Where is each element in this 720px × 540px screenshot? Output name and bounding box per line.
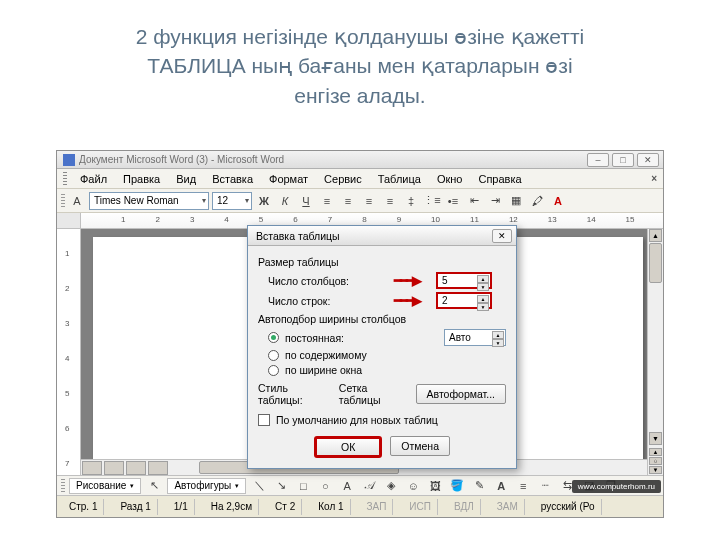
- select-arrow-icon[interactable]: ↖: [145, 477, 163, 495]
- toolbar-grip-icon[interactable]: [61, 194, 65, 208]
- font-color-button[interactable]: A: [549, 192, 567, 210]
- font-size: 12: [217, 195, 228, 206]
- scroll-down-icon[interactable]: ▼: [649, 432, 662, 445]
- line-color-icon[interactable]: ✎: [470, 477, 488, 495]
- justify-button[interactable]: ≡: [381, 192, 399, 210]
- scroll-thumb[interactable]: [649, 243, 662, 283]
- minimize-button[interactable]: –: [587, 153, 609, 167]
- menu-edit[interactable]: Правка: [116, 171, 167, 187]
- toolbar-grip-icon[interactable]: [61, 479, 65, 493]
- outline-view-button[interactable]: [148, 461, 168, 475]
- spin-down-icon[interactable]: ▼: [477, 303, 489, 311]
- ruler-corner: [57, 213, 81, 228]
- ruler-mark: 4: [224, 215, 228, 224]
- scroll-up-icon[interactable]: ▲: [649, 229, 662, 242]
- ruler-mark: 5: [65, 389, 69, 398]
- menu-format[interactable]: Формат: [262, 171, 315, 187]
- caption-line-1: 2 функция негізінде қолданушы өзіне қаже…: [60, 22, 660, 51]
- bullet-list-button[interactable]: •≡: [444, 192, 462, 210]
- status-rec: ЗАП: [361, 499, 394, 515]
- increase-indent-button[interactable]: ⇥: [486, 192, 504, 210]
- arrow-tool-icon[interactable]: ↘: [272, 477, 290, 495]
- font-select[interactable]: Times New Roman: [89, 192, 209, 210]
- vertical-scrollbar[interactable]: ▲ ▼ ▲ ○ ▼: [647, 229, 663, 475]
- spin-up-icon[interactable]: ▲: [492, 331, 504, 339]
- prev-page-button[interactable]: ▲: [649, 448, 662, 456]
- arrow-annotation-icon: ━━━▶: [382, 293, 432, 308]
- dialog-close-button[interactable]: ✕: [492, 229, 512, 243]
- dialog-body: Размер таблицы Число столбцов: ━━━▶ 5 ▲▼…: [248, 246, 516, 468]
- drawing-menu[interactable]: Рисование: [69, 478, 141, 494]
- wordart-icon[interactable]: 𝒜: [360, 477, 378, 495]
- line-tool-icon[interactable]: ＼: [250, 477, 268, 495]
- align-center-button[interactable]: ≡: [339, 192, 357, 210]
- dialog-titlebar[interactable]: Вставка таблицы ✕: [248, 226, 516, 246]
- align-right-button[interactable]: ≡: [360, 192, 378, 210]
- font-size-select[interactable]: 12: [212, 192, 252, 210]
- ruler-mark: 3: [190, 215, 194, 224]
- default-checkbox-label: По умолчанию для новых таблиц: [276, 414, 438, 426]
- spin-down-icon[interactable]: ▼: [492, 339, 504, 347]
- highlight-button[interactable]: 🖍: [528, 192, 546, 210]
- textbox-tool-icon[interactable]: A: [338, 477, 356, 495]
- radio-window-row: по ширине окна: [268, 364, 506, 376]
- table-style-row: Стиль таблицы: Сетка таблицы Автоформат.…: [258, 382, 506, 406]
- menu-insert[interactable]: Вставка: [205, 171, 260, 187]
- default-checkbox[interactable]: [258, 414, 270, 426]
- print-view-button[interactable]: [126, 461, 146, 475]
- menu-table[interactable]: Таблица: [371, 171, 428, 187]
- maximize-button[interactable]: □: [612, 153, 634, 167]
- menu-tools[interactable]: Сервис: [317, 171, 369, 187]
- web-view-button[interactable]: [104, 461, 124, 475]
- menu-file[interactable]: Файл: [73, 171, 114, 187]
- titlebar: Документ Microsoft Word (3) - Microsoft …: [57, 151, 663, 169]
- browse-object-button[interactable]: ○: [649, 457, 662, 465]
- line-style-icon[interactable]: ≡: [514, 477, 532, 495]
- toolbar-grip-icon[interactable]: [63, 172, 67, 186]
- normal-view-button[interactable]: [82, 461, 102, 475]
- ruler-mark: 10: [431, 215, 440, 224]
- vertical-ruler[interactable]: 1 2 3 4 5 6 7: [57, 229, 81, 475]
- diagram-icon[interactable]: ◈: [382, 477, 400, 495]
- menu-help[interactable]: Справка: [471, 171, 528, 187]
- ok-button[interactable]: ОК: [314, 436, 382, 458]
- align-left-button[interactable]: ≡: [318, 192, 336, 210]
- menu-window[interactable]: Окно: [430, 171, 470, 187]
- fixed-width-spinner[interactable]: Авто ▲▼: [444, 329, 506, 346]
- decrease-indent-button[interactable]: ⇤: [465, 192, 483, 210]
- spin-up-icon[interactable]: ▲: [477, 295, 489, 303]
- columns-spinner[interactable]: 5 ▲▼: [436, 272, 492, 289]
- numbered-list-button[interactable]: ⋮≡: [423, 192, 441, 210]
- next-page-button[interactable]: ▼: [649, 466, 662, 474]
- line-spacing-button[interactable]: ‡: [402, 192, 420, 210]
- spin-up-icon[interactable]: ▲: [477, 275, 489, 283]
- radio-fixed-label: постоянная:: [285, 332, 344, 344]
- spin-down-icon[interactable]: ▼: [477, 283, 489, 291]
- italic-button[interactable]: К: [276, 192, 294, 210]
- borders-button[interactable]: ▦: [507, 192, 525, 210]
- fixed-width-value: Авто: [449, 332, 471, 343]
- clipart-icon[interactable]: ☺: [404, 477, 422, 495]
- rows-spinner[interactable]: 2 ▲▼: [436, 292, 492, 309]
- cancel-button[interactable]: Отмена: [390, 436, 450, 456]
- status-ovr: ЗАМ: [491, 499, 525, 515]
- oval-tool-icon[interactable]: ○: [316, 477, 334, 495]
- bold-button[interactable]: Ж: [255, 192, 273, 210]
- fill-color-icon[interactable]: 🪣: [448, 477, 466, 495]
- autoformat-button[interactable]: Автоформат...: [416, 384, 506, 404]
- close-button[interactable]: ✕: [637, 153, 659, 167]
- dash-style-icon[interactable]: ┈: [536, 477, 554, 495]
- ruler-mark: 12: [509, 215, 518, 224]
- radio-fixed[interactable]: [268, 332, 279, 343]
- underline-button[interactable]: Ч: [297, 192, 315, 210]
- autoshapes-menu[interactable]: Автофигуры: [167, 478, 246, 494]
- radio-window[interactable]: [268, 365, 279, 376]
- menu-view[interactable]: Вид: [169, 171, 203, 187]
- radio-content[interactable]: [268, 350, 279, 361]
- doc-close-icon[interactable]: ×: [651, 173, 657, 184]
- style-dropdown-icon[interactable]: A: [68, 192, 86, 210]
- rectangle-tool-icon[interactable]: □: [294, 477, 312, 495]
- columns-row: Число столбцов: ━━━▶ 5 ▲▼: [268, 272, 506, 289]
- font-color-icon[interactable]: A: [492, 477, 510, 495]
- picture-icon[interactable]: 🖼: [426, 477, 444, 495]
